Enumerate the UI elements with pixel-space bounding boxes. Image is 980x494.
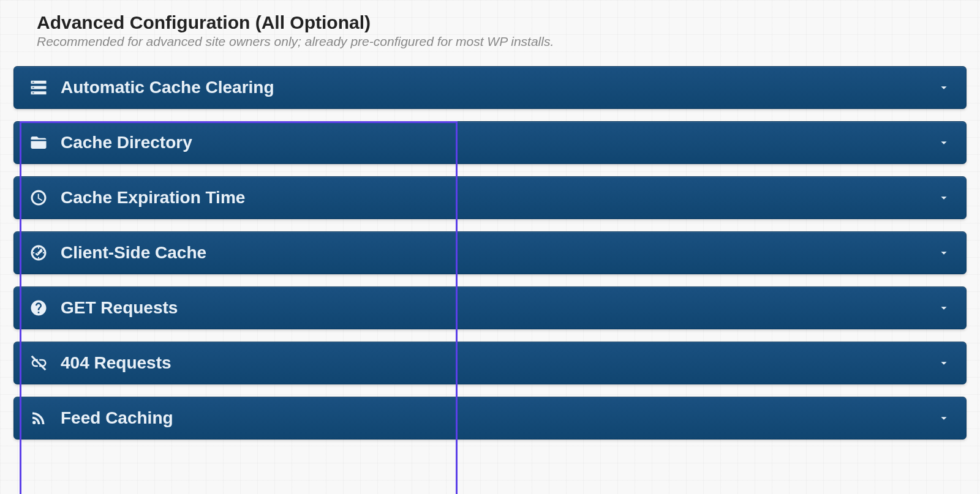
accordion-label: Automatic Cache Clearing — [61, 78, 274, 97]
svg-rect-3 — [32, 82, 34, 83]
accordion-automatic-cache-clearing[interactable]: Automatic Cache Clearing — [13, 66, 967, 109]
gauge-icon — [29, 243, 48, 263]
chevron-down-icon — [937, 245, 951, 260]
accordion-feed-caching[interactable]: Feed Caching — [13, 397, 967, 440]
accordion-label: Cache Directory — [61, 133, 192, 152]
server-icon — [29, 78, 48, 97]
accordion-left-content: Cache Expiration Time — [29, 188, 245, 208]
page-subtitle: Recommended for advanced site owners onl… — [37, 34, 967, 49]
chevron-down-icon — [937, 135, 951, 150]
svg-rect-5 — [32, 92, 34, 93]
accordion-404-requests[interactable]: 404 Requests — [13, 342, 967, 384]
svg-rect-4 — [32, 87, 34, 88]
accordion-cache-expiration-time[interactable]: Cache Expiration Time — [13, 176, 967, 219]
accordion-left-content: 404 Requests — [29, 353, 172, 373]
accordion-left-content: Client-Side Cache — [29, 243, 206, 263]
folder-icon — [29, 133, 48, 152]
accordion-label: 404 Requests — [61, 353, 172, 373]
accordion-get-requests[interactable]: GET Requests — [13, 286, 967, 329]
accordion-client-side-cache[interactable]: Client-Side Cache — [13, 231, 967, 274]
accordion-label: Feed Caching — [61, 408, 173, 428]
svg-point-7 — [32, 421, 36, 424]
accordion-left-content: Automatic Cache Clearing — [29, 78, 274, 97]
accordion-left-content: GET Requests — [29, 298, 178, 318]
accordion-label: Client-Side Cache — [61, 243, 206, 263]
accordion-label: GET Requests — [61, 298, 178, 318]
accordion-label: Cache Expiration Time — [61, 188, 245, 208]
question-icon — [29, 298, 48, 318]
accordion-left-content: Cache Directory — [29, 133, 192, 152]
chevron-down-icon — [937, 411, 951, 425]
page-title: Advanced Configuration (All Optional) — [37, 12, 967, 33]
accordion-cache-directory[interactable]: Cache Directory — [13, 121, 967, 164]
accordion-left-content: Feed Caching — [29, 408, 173, 428]
clock-icon — [29, 188, 48, 208]
broken-link-icon — [29, 353, 48, 373]
section-header: Advanced Configuration (All Optional) Re… — [13, 12, 967, 49]
rss-icon — [29, 408, 48, 428]
chevron-down-icon — [937, 301, 951, 315]
chevron-down-icon — [937, 190, 951, 205]
accordion-list: Automatic Cache Clearing Cache Directory… — [13, 66, 967, 440]
chevron-down-icon — [937, 80, 951, 95]
chevron-down-icon — [937, 356, 951, 370]
